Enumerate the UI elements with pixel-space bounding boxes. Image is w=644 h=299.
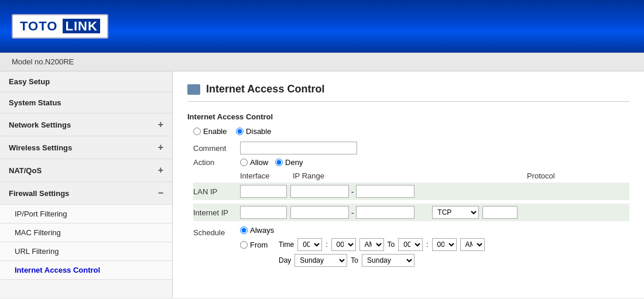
time-hour-end-select[interactable]: 000102 [398,238,423,251]
day-label: Day [279,256,291,264]
sidebar-item-label: NAT/QoS [9,166,42,175]
from-radio-label[interactable]: From [240,240,275,249]
sidebar-item-network-settings[interactable]: Network Settings + [0,114,172,136]
lan-ip-row: LAN IP - [193,183,629,200]
column-headers: Interface IP Range Protocol [193,171,629,180]
disable-radio[interactable] [236,128,244,135]
internet-ip-label: Internet IP [193,208,240,217]
time-hour-start-select[interactable]: 000102 [297,238,322,251]
sidebar-subitem-ip-port-filtering[interactable]: IP/Port Filtering [0,205,172,224]
internet-ip-start[interactable] [290,206,349,219]
time-label: Time [279,240,294,249]
comment-label: Comment [193,144,240,153]
page-title-bar: Internet Access Control [187,83,629,102]
schedule-options: Always From Time 000102 : 00153045 [240,226,485,267]
schedule-label: Schedule [193,226,240,237]
enable-disable-row: Enable Disable [193,127,629,137]
colon1: : [326,240,327,249]
allow-radio[interactable] [240,159,248,166]
sidebar-subitem-label: MAC Filtering [15,228,61,237]
from-radio[interactable] [240,241,248,249]
page-title-icon [187,84,200,95]
firewall-settings-toggle: − [158,188,163,198]
model-number: Model no.N200RE [12,57,74,66]
to-label1: To [388,240,395,249]
internet-dash: - [351,208,354,217]
day-end-select[interactable]: SundayMondayTuesday WednesdayThursdayFri… [362,254,415,267]
comment-input[interactable] [240,142,357,154]
lan-ip-interface[interactable] [240,185,287,198]
always-row: Always [240,226,485,235]
ampm-end-select[interactable]: AMPM [460,238,485,251]
logo: TOTO LINK [12,14,108,39]
disable-radio-label[interactable]: Disable [236,127,271,136]
logo-link: LINK [63,19,100,33]
protocol-select[interactable]: TCP UDP ICMP All [432,206,479,219]
wireless-settings-toggle: + [158,142,163,153]
sidebar-subitem-internet-access-control[interactable]: Internet Access Control [0,261,172,280]
internet-ip-end[interactable] [356,206,415,219]
action-row: Action Allow Deny [193,158,629,167]
lan-ip-end[interactable] [356,185,415,198]
lan-ip-label: LAN IP [193,187,240,196]
header: TOTO LINK [0,0,644,53]
logo-text: TOTO LINK [20,19,100,33]
logo-toto: TOTO [20,19,57,33]
sidebar-item-label: Wireless Settings [9,143,72,152]
time-min-end-select[interactable]: 00153045 [432,238,457,251]
enable-radio-label[interactable]: Enable [193,127,227,136]
sidebar-item-nat-qos[interactable]: NAT/QoS + [0,159,172,182]
day-row: Day SundayMondayTuesday WednesdayThursda… [279,254,485,267]
sidebar-subitem-mac-filtering[interactable]: MAC Filtering [0,224,172,242]
col-protocol: Protocol [527,171,555,180]
sidebar-item-wireless-settings[interactable]: Wireless Settings + [0,136,172,159]
sidebar-item-easy-setup[interactable]: Easy Setup [0,71,172,92]
sidebar-item-label: Easy Setup [9,77,50,86]
always-radio[interactable] [240,226,248,234]
model-bar: Model no.N200RE [0,53,644,71]
to-label2: To [351,256,358,264]
from-row: From Time 000102 : 00153045 AMPM To [240,238,485,251]
section-title: Internet Access Control [187,112,629,121]
sidebar-item-label: System Status [9,98,61,107]
lan-ip-start[interactable] [290,185,349,198]
ampm-start-select[interactable]: AMPM [359,238,384,251]
sidebar-item-label: Network Settings [9,121,71,129]
always-label-wrap[interactable]: Always [240,226,274,235]
allow-radio-label[interactable]: Allow [240,158,268,167]
comment-row: Comment [193,142,629,154]
lan-dash: - [351,187,354,196]
sidebar-subitem-label: URL Filtering [15,247,59,256]
internet-ip-row: Internet IP - TCP UDP ICMP All [193,204,629,221]
time-min-start-select[interactable]: 00153045 [331,238,356,251]
colon2: : [426,240,428,249]
sidebar-item-label: Firewall Settings [9,189,69,198]
protocol-port[interactable] [482,206,518,219]
sidebar-subitem-label: Internet Access Control [15,266,100,274]
sidebar-item-system-status[interactable]: System Status [0,92,172,114]
sidebar: Easy Setup System Status Network Setting… [0,71,173,298]
network-settings-toggle: + [158,119,163,130]
deny-radio[interactable] [275,159,283,166]
sidebar-item-firewall-settings[interactable]: Firewall Settings − [0,182,172,205]
day-start-select[interactable]: SundayMondayTuesday WednesdayThursdayFri… [294,254,347,267]
enable-radio[interactable] [193,128,201,135]
deny-radio-label[interactable]: Deny [275,158,303,167]
main-layout: Easy Setup System Status Network Setting… [0,71,644,298]
content-area: Internet Access Control Internet Access … [173,71,644,298]
nat-qos-toggle: + [158,165,163,176]
schedule-section: Schedule Always From Time [193,226,629,267]
col-interface: Interface [240,171,293,180]
action-label: Action [193,158,240,167]
sidebar-subitem-url-filtering[interactable]: URL Filtering [0,242,172,261]
page-title: Internet Access Control [206,83,324,95]
col-ip-range: IP Range [293,171,410,180]
internet-ip-interface[interactable] [240,206,287,219]
sidebar-subitem-label: IP/Port Filtering [15,209,67,218]
